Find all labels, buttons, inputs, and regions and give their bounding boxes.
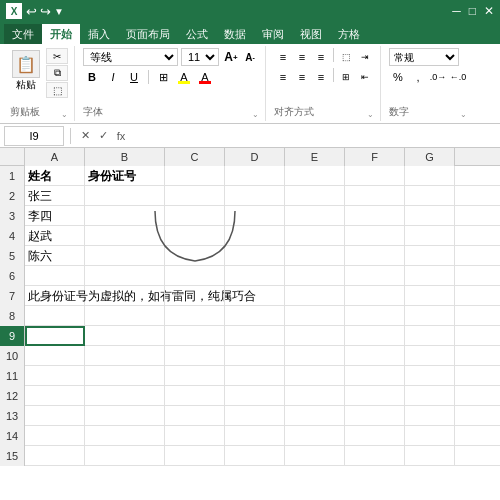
tab-view[interactable]: 视图 <box>292 24 330 44</box>
cell-D11[interactable] <box>225 366 285 386</box>
cell-G3[interactable] <box>405 206 455 226</box>
cell-B7[interactable] <box>85 286 165 306</box>
cell-F5[interactable] <box>345 246 405 266</box>
col-header-B[interactable]: B <box>85 148 165 166</box>
tab-review[interactable]: 审阅 <box>254 24 292 44</box>
cell-B10[interactable] <box>85 346 165 366</box>
cell-G8[interactable] <box>405 306 455 326</box>
cell-D5[interactable] <box>225 246 285 266</box>
cell-C6[interactable] <box>165 266 225 286</box>
cell-B14[interactable] <box>85 426 165 446</box>
tab-insert[interactable]: 插入 <box>80 24 118 44</box>
decrease-decimal-button[interactable]: ←.0 <box>449 68 467 86</box>
cell-G9[interactable] <box>405 326 455 346</box>
cell-D8[interactable] <box>225 306 285 326</box>
cell-A10[interactable] <box>25 346 85 366</box>
cell-G4[interactable] <box>405 226 455 246</box>
cell-D4[interactable] <box>225 226 285 246</box>
top-align-button[interactable]: ≡ <box>274 48 292 66</box>
col-header-C[interactable]: C <box>165 148 225 166</box>
cell-E4[interactable] <box>285 226 345 246</box>
cell-C10[interactable] <box>165 346 225 366</box>
cell-G2[interactable] <box>405 186 455 206</box>
row-header-3[interactable]: 3 <box>0 206 25 226</box>
cell-D9[interactable] <box>225 326 285 346</box>
cell-E7[interactable] <box>285 286 345 306</box>
cell-B6[interactable] <box>85 266 165 286</box>
tab-formula[interactable]: 公式 <box>178 24 216 44</box>
confirm-formula-button[interactable]: ✓ <box>95 128 111 144</box>
cell-B9[interactable] <box>85 326 165 346</box>
cell-D15[interactable] <box>225 446 285 466</box>
row-header-14[interactable]: 14 <box>0 426 25 446</box>
row-header-7[interactable]: 7 <box>0 286 25 306</box>
bottom-align-button[interactable]: ≡ <box>312 48 330 66</box>
cell-F7[interactable] <box>345 286 405 306</box>
comma-button[interactable]: , <box>409 68 427 86</box>
cell-G1[interactable] <box>405 166 455 186</box>
increase-decimal-button[interactable]: .0→ <box>429 68 447 86</box>
cell-E2[interactable] <box>285 186 345 206</box>
cell-C13[interactable] <box>165 406 225 426</box>
tab-home[interactable]: 开始 <box>42 24 80 44</box>
row-header-5[interactable]: 5 <box>0 246 25 266</box>
cell-G10[interactable] <box>405 346 455 366</box>
cell-D7[interactable] <box>225 286 285 306</box>
cell-G15[interactable] <box>405 446 455 466</box>
middle-align-button[interactable]: ≡ <box>293 48 311 66</box>
quick-access-more[interactable]: ▼ <box>54 6 64 17</box>
cell-A7[interactable]: 此身份证号为虚拟的，如有雷同，纯属巧合 <box>25 286 85 306</box>
cell-E9[interactable] <box>285 326 345 346</box>
row-header-10[interactable]: 10 <box>0 346 25 366</box>
cell-A2[interactable]: 张三 <box>25 186 85 206</box>
cell-B1[interactable]: 身份证号 <box>85 166 165 186</box>
tab-file[interactable]: 文件 <box>4 24 42 44</box>
cell-F12[interactable] <box>345 386 405 406</box>
cell-G14[interactable] <box>405 426 455 446</box>
cell-C9[interactable] <box>165 326 225 346</box>
tab-data[interactable]: 数据 <box>216 24 254 44</box>
cut-button[interactable]: ✂ <box>46 48 68 64</box>
cell-A1[interactable]: 姓名 <box>25 166 85 186</box>
cell-A13[interactable] <box>25 406 85 426</box>
row-header-11[interactable]: 11 <box>0 366 25 386</box>
cell-F2[interactable] <box>345 186 405 206</box>
cell-C14[interactable] <box>165 426 225 446</box>
cell-E11[interactable] <box>285 366 345 386</box>
cell-G7[interactable] <box>405 286 455 306</box>
cell-B15[interactable] <box>85 446 165 466</box>
cell-D12[interactable] <box>225 386 285 406</box>
tab-page-layout[interactable]: 页面布局 <box>118 24 178 44</box>
number-format-select[interactable]: 常规 <box>389 48 459 66</box>
row-header-1[interactable]: 1 <box>0 166 25 186</box>
cell-C11[interactable] <box>165 366 225 386</box>
cell-G5[interactable] <box>405 246 455 266</box>
cell-C12[interactable] <box>165 386 225 406</box>
cell-B12[interactable] <box>85 386 165 406</box>
cell-B13[interactable] <box>85 406 165 426</box>
cell-C1[interactable] <box>165 166 225 186</box>
cell-E8[interactable] <box>285 306 345 326</box>
font-size-select[interactable]: 11 <box>181 48 219 66</box>
cell-F1[interactable] <box>345 166 405 186</box>
fx-button[interactable]: fx <box>113 128 129 144</box>
cell-A8[interactable] <box>25 306 85 326</box>
cell-A9[interactable] <box>25 326 85 346</box>
cell-F6[interactable] <box>345 266 405 286</box>
cell-D3[interactable] <box>225 206 285 226</box>
cell-C3[interactable] <box>165 206 225 226</box>
wrap-text-button[interactable]: ⬚ <box>337 48 355 66</box>
cell-F15[interactable] <box>345 446 405 466</box>
cell-G6[interactable] <box>405 266 455 286</box>
maximize-button[interactable]: □ <box>469 4 476 18</box>
center-align-button[interactable]: ≡ <box>293 68 311 86</box>
left-align-button[interactable]: ≡ <box>274 68 292 86</box>
cell-A4[interactable]: 赵武 <box>25 226 85 246</box>
cell-F10[interactable] <box>345 346 405 366</box>
percent-button[interactable]: % <box>389 68 407 86</box>
cell-D10[interactable] <box>225 346 285 366</box>
row-header-9[interactable]: 9 <box>0 326 25 346</box>
cell-D2[interactable] <box>225 186 285 206</box>
bold-button[interactable]: B <box>83 68 101 86</box>
cancel-formula-button[interactable]: ✕ <box>77 128 93 144</box>
